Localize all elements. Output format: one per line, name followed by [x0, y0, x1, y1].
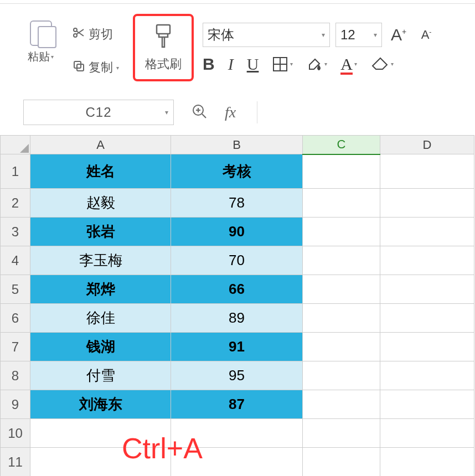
cell-A8[interactable]: 付雪	[30, 361, 171, 390]
font-color-button[interactable]: A ▾	[340, 55, 357, 74]
cut-button[interactable]: 剪切	[72, 26, 119, 43]
magnifier-icon[interactable]	[190, 102, 208, 122]
cell-D2[interactable]	[380, 189, 474, 218]
cell-C5[interactable]	[303, 275, 380, 304]
cell-B7[interactable]: 91	[171, 333, 303, 361]
formula-input[interactable]	[257, 101, 452, 123]
column-header-B[interactable]: B	[171, 136, 303, 154]
chevron-down-icon: ▾	[290, 61, 293, 67]
cell-C3[interactable]	[303, 218, 380, 246]
cell-C9[interactable]	[303, 390, 380, 419]
cell-B2[interactable]: 78	[171, 189, 303, 218]
font-name-value: 宋体	[208, 26, 234, 44]
paste-label: 粘贴	[28, 49, 50, 64]
fill-color-button[interactable]: ▾	[306, 56, 327, 73]
copy-button[interactable]: 复制 ▾	[72, 59, 119, 76]
formula-bar: C12 ▾ fx	[0, 100, 475, 125]
chevron-down-icon: ▾	[374, 31, 377, 39]
cell-D11[interactable]	[380, 448, 474, 477]
row-header-4[interactable]: 4	[1, 246, 30, 275]
ribbon-toolbar: 粘贴 ▾ 剪切 复制 ▾ 格式刷 宋体 ▾ 12	[0, 3, 475, 86]
cell-B9[interactable]: 87	[171, 390, 303, 419]
row-header-11[interactable]: 11	[1, 448, 30, 477]
column-header-C[interactable]: C	[303, 136, 380, 154]
chevron-down-icon: ▾	[322, 31, 325, 39]
row-header-7[interactable]: 7	[1, 333, 30, 361]
font-size-value: 12	[340, 27, 355, 43]
row-header-3[interactable]: 3	[1, 218, 30, 246]
copy-icon	[72, 59, 85, 76]
clipboard-icon	[30, 20, 52, 46]
scissors-icon	[72, 26, 85, 43]
cell-D9[interactable]	[380, 390, 474, 419]
cell-B5[interactable]: 66	[171, 275, 303, 304]
copy-label: 复制	[89, 59, 113, 76]
cell-D5[interactable]	[380, 275, 474, 304]
cell-B4[interactable]: 70	[171, 246, 303, 275]
format-painter-label: 格式刷	[145, 56, 182, 73]
clear-format-button[interactable]: ▾	[370, 54, 394, 74]
chevron-down-icon: ▾	[354, 61, 357, 67]
cell-B8[interactable]: 95	[171, 361, 303, 390]
eraser-icon	[370, 54, 389, 74]
chevron-down-icon: ▾	[391, 61, 394, 67]
cell-A6[interactable]: 徐佳	[30, 304, 171, 333]
cell-reference: C12	[85, 105, 111, 120]
row-header-6[interactable]: 6	[1, 304, 30, 333]
row-header-1[interactable]: 1	[1, 154, 30, 189]
cell-A5[interactable]: 郑烨	[30, 275, 171, 304]
row-header-10[interactable]: 10	[1, 419, 30, 448]
bold-button[interactable]: B	[203, 55, 215, 74]
increase-font-size-button[interactable]: A+	[388, 25, 410, 44]
column-header-A[interactable]: A	[30, 136, 171, 154]
cell-C1[interactable]	[303, 154, 380, 189]
cell-B1[interactable]: 考核	[171, 154, 303, 189]
cell-D3[interactable]	[380, 218, 474, 246]
border-button[interactable]: ▾	[272, 56, 293, 73]
row-header-5[interactable]: 5	[1, 275, 30, 304]
chevron-down-icon[interactable]: ▾	[51, 54, 54, 60]
cut-label: 剪切	[89, 26, 113, 43]
chevron-down-icon[interactable]: ▾	[116, 65, 119, 71]
cell-C10[interactable]	[303, 419, 380, 448]
cell-A1[interactable]: 姓名	[30, 154, 171, 189]
select-all-corner[interactable]	[1, 136, 30, 154]
svg-rect-4	[157, 25, 170, 34]
cell-A9[interactable]: 刘海东	[30, 390, 171, 419]
cell-C6[interactable]	[303, 304, 380, 333]
cell-D1[interactable]	[380, 154, 474, 189]
cell-C7[interactable]	[303, 333, 380, 361]
cell-A2[interactable]: 赵毅	[30, 189, 171, 218]
cell-C11[interactable]	[303, 448, 380, 477]
row-header-9[interactable]: 9	[1, 390, 30, 419]
cell-A4[interactable]: 李玉梅	[30, 246, 171, 275]
fx-label: fx	[225, 104, 236, 121]
cell-B3[interactable]: 90	[171, 218, 303, 246]
underline-button[interactable]: U	[247, 55, 259, 74]
cell-D7[interactable]	[380, 333, 474, 361]
cell-C8[interactable]	[303, 361, 380, 390]
font-size-dropdown[interactable]: 12 ▾	[335, 23, 382, 47]
format-painter-button[interactable]: 格式刷	[133, 14, 194, 81]
cell-B6[interactable]: 89	[171, 304, 303, 333]
row-header-2[interactable]: 2	[1, 189, 30, 218]
cell-A3[interactable]: 张岩	[30, 218, 171, 246]
paste-button-group[interactable]: 粘贴 ▾	[28, 20, 54, 64]
row-header-8[interactable]: 8	[1, 361, 30, 390]
format-painter-icon	[152, 23, 174, 51]
cell-D4[interactable]	[380, 246, 474, 275]
chevron-down-icon: ▾	[324, 61, 327, 67]
column-header-D[interactable]: D	[380, 136, 474, 154]
cell-C2[interactable]	[303, 189, 380, 218]
italic-button[interactable]: I	[228, 55, 234, 74]
cell-D10[interactable]	[380, 419, 474, 448]
chevron-down-icon: ▾	[165, 108, 169, 116]
font-name-dropdown[interactable]: 宋体 ▾	[203, 23, 330, 47]
cell-name-box[interactable]: C12 ▾	[23, 100, 174, 125]
cell-A7[interactable]: 钱湖	[30, 333, 171, 361]
cell-C4[interactable]	[303, 246, 380, 275]
decrease-font-size-button[interactable]: A-	[415, 28, 437, 42]
cell-D8[interactable]	[380, 361, 474, 390]
cell-D6[interactable]	[380, 304, 474, 333]
spreadsheet-grid[interactable]: ABCD1姓名考核2赵毅783张岩904李玉梅705郑烨666徐佳897钱湖91…	[0, 135, 475, 476]
